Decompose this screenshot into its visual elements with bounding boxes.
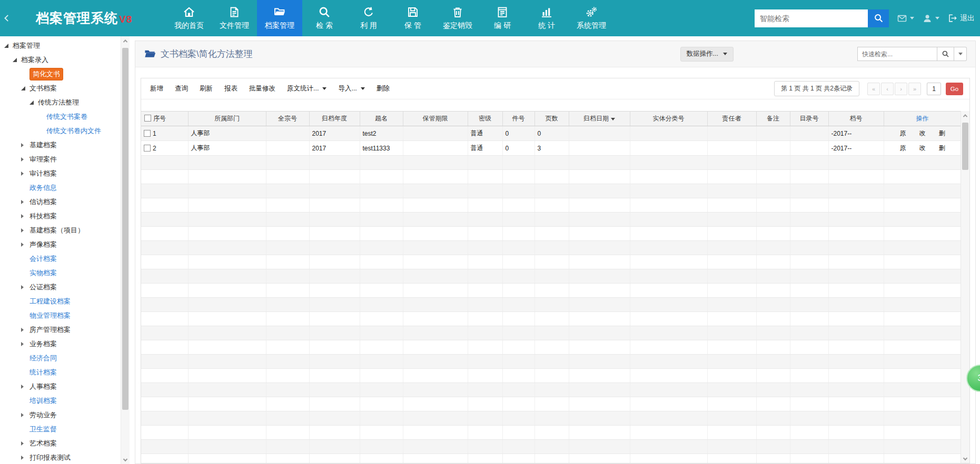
go-button[interactable]: Go [946, 83, 963, 95]
sidebar-item[interactable]: 实物档案 [0, 266, 130, 280]
refresh-button[interactable]: 刷新 [194, 81, 219, 96]
next-page-button[interactable]: › [895, 83, 907, 95]
column-header[interactable]: 档号 [828, 112, 884, 126]
row-checkbox[interactable] [144, 130, 151, 137]
sidebar-item[interactable]: 劳动业务 [0, 408, 130, 422]
expand-closed-icon[interactable] [21, 285, 29, 289]
sidebar-item[interactable]: 科技档案 [0, 209, 130, 223]
prev-page-button[interactable]: ‹ [881, 83, 894, 95]
sidebar-item-selected[interactable]: 简化文书 [0, 67, 130, 81]
page-number-input[interactable] [927, 83, 941, 95]
sidebar-item[interactable]: 审理案件 [0, 152, 130, 166]
column-header[interactable]: 归档日期 [569, 112, 630, 126]
sidebar-item[interactable]: 审计档案 [0, 166, 130, 180]
original-doc-link[interactable]: 原 [900, 129, 906, 138]
scroll-up-icon[interactable] [121, 36, 130, 46]
sidebar-item[interactable]: 房产管理档案 [0, 322, 130, 337]
sidebar-item[interactable]: 统计档案 [0, 365, 130, 379]
data-operations-dropdown[interactable]: 数据操作... [680, 47, 734, 62]
expand-open-icon[interactable] [13, 58, 21, 62]
column-header[interactable]: 保管期限 [403, 112, 468, 126]
nav-utilize[interactable]: 利 用 [347, 0, 391, 36]
nav-system-mgmt[interactable]: 系统管理 [569, 0, 614, 36]
sidebar-scrollbar-thumb[interactable] [122, 48, 128, 410]
expand-closed-icon[interactable] [21, 441, 29, 446]
column-header[interactable]: 序号 [141, 112, 188, 126]
column-header[interactable]: 所属部门 [188, 112, 266, 126]
sidebar-item[interactable]: 业务档案 [0, 337, 130, 351]
expand-closed-icon[interactable] [21, 172, 29, 176]
scroll-down-icon[interactable] [961, 453, 969, 463]
sidebar-item[interactable]: 人事档案 [0, 379, 130, 394]
sidebar-item[interactable]: 信访档案 [0, 195, 130, 209]
quick-search-options-button[interactable] [954, 47, 967, 61]
column-header[interactable]: 操作 [884, 112, 961, 126]
delete-button[interactable]: 删除 [371, 81, 395, 96]
delete-link[interactable]: 删 [939, 129, 945, 138]
column-header[interactable]: 件号 [502, 112, 534, 126]
report-button[interactable]: 报表 [219, 81, 243, 96]
sidebar-item[interactable]: 基建档案 [0, 138, 130, 152]
expand-closed-icon[interactable] [21, 342, 29, 346]
column-header[interactable]: 备注 [756, 112, 790, 126]
add-button[interactable]: 新增 [144, 81, 169, 96]
nav-file-mgmt[interactable]: 文件管理 [212, 0, 257, 36]
import-button[interactable]: 导入... [332, 81, 370, 96]
nav-custody[interactable]: 保 管 [391, 0, 435, 36]
sidebar-item[interactable]: 传统文书案卷 [0, 109, 130, 124]
sidebar-item[interactable]: 档案录入 [0, 53, 130, 67]
batch-edit-button[interactable]: 批量修改 [243, 81, 281, 96]
column-header[interactable]: 密级 [468, 112, 502, 126]
sidebar-item[interactable]: 传统方法整理 [0, 95, 130, 109]
quick-search-button[interactable] [937, 47, 954, 61]
expand-open-icon[interactable] [4, 44, 13, 48]
sidebar-item[interactable]: 档案管理 [0, 38, 130, 53]
scroll-down-icon[interactable] [121, 455, 130, 464]
sidebar-item[interactable]: 卫生监督 [0, 422, 130, 436]
sidebar-item[interactable]: 工程建设档案 [0, 294, 130, 308]
expand-open-icon[interactable] [21, 86, 29, 90]
smart-search-button[interactable] [868, 9, 889, 27]
row-checkbox[interactable] [144, 145, 151, 152]
smart-search-input[interactable] [755, 9, 868, 27]
nav-home[interactable]: 我的首页 [166, 0, 212, 36]
expand-closed-icon[interactable] [21, 328, 29, 332]
sidebar-item[interactable]: 基建档案（项目） [0, 223, 130, 237]
column-header[interactable]: 页数 [534, 112, 569, 126]
query-button[interactable]: 查询 [169, 81, 194, 96]
sidebar-item[interactable]: 政务信息 [0, 180, 130, 195]
sidebar-item[interactable]: 传统文书卷内文件 [0, 124, 130, 138]
delete-link[interactable]: 删 [939, 144, 945, 153]
nav-compilation[interactable]: 编 研 [480, 0, 524, 36]
expand-closed-icon[interactable] [21, 143, 29, 147]
expand-open-icon[interactable] [29, 100, 38, 105]
column-header[interactable]: 实体分类号 [630, 112, 707, 126]
last-page-button[interactable]: » [908, 83, 921, 95]
nav-appraisal[interactable]: 鉴定销毁 [435, 0, 480, 36]
column-header[interactable]: 全宗号 [266, 112, 309, 126]
expand-closed-icon[interactable] [21, 228, 29, 233]
nav-statistics[interactable]: 统 计 [524, 0, 569, 36]
sidebar-item[interactable]: 声像档案 [0, 237, 130, 251]
edit-link[interactable]: 改 [919, 129, 926, 138]
expand-closed-icon[interactable] [21, 200, 29, 204]
column-header[interactable]: 题名 [360, 112, 403, 126]
messages-menu[interactable] [897, 13, 914, 24]
sidebar-item[interactable]: 经济合同 [0, 351, 130, 365]
grid-scrollbar-thumb[interactable] [962, 123, 968, 170]
expand-closed-icon[interactable] [21, 385, 29, 389]
expand-closed-icon[interactable] [21, 456, 29, 460]
column-header[interactable]: 目录号 [790, 112, 828, 126]
nav-archive-mgmt[interactable]: 档案管理 [257, 0, 302, 36]
logout-button[interactable]: 退出 [947, 13, 975, 23]
quick-search-input[interactable] [857, 47, 937, 61]
edit-link[interactable]: 改 [919, 144, 926, 153]
original-stats-button[interactable]: 原文统计... [281, 81, 332, 96]
column-header[interactable]: 归档年度 [309, 112, 360, 126]
first-page-button[interactable]: « [867, 83, 880, 95]
column-header[interactable]: 责任者 [707, 112, 756, 126]
select-all-checkbox[interactable] [144, 115, 151, 122]
sidebar-item[interactable]: 会计档案 [0, 251, 130, 266]
sidebar-item[interactable]: 培训档案 [0, 394, 130, 408]
sidebar-item[interactable]: 打印报表测试 [0, 450, 130, 464]
